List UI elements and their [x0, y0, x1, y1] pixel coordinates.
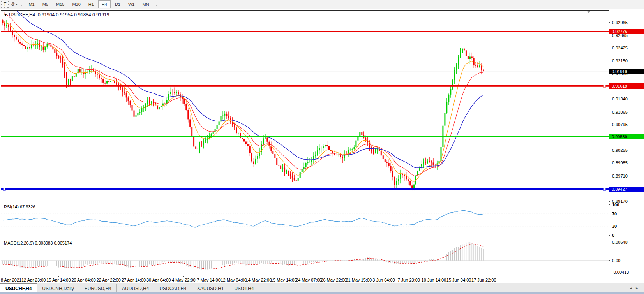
- price-axis-tick-mark: [609, 112, 610, 112]
- time-axis-tick-mark: [34, 276, 34, 277]
- time-axis-tick-mark: [9, 276, 9, 277]
- timeframe-button-m5[interactable]: M5: [39, 0, 52, 8]
- rsi-canvas[interactable]: [1, 203, 609, 238]
- time-axis-label: 3 Jun 04:00: [372, 278, 395, 282]
- chart-tab-usoil-h4[interactable]: USOil,H4: [229, 284, 259, 292]
- time-axis-tick-mark: [183, 276, 184, 277]
- arrows-tool-icon: ⇅: [10, 1, 16, 7]
- price-axis-tick: 0.92425: [612, 46, 628, 50]
- time-axis-label: 27 Apr 14:00: [122, 278, 146, 282]
- price-axis[interactable]: 0.929650.926950.924250.921500.918800.916…: [609, 10, 644, 276]
- time-axis-label: 7 Jun 23:00: [397, 278, 420, 282]
- price-axis-tick-mark: [609, 48, 610, 48]
- time-axis-tick-mark: [409, 276, 409, 277]
- toolbar-grip: [21, 2, 22, 7]
- rsi-axis-tick-mark: [609, 235, 610, 236]
- price-axis-tick-mark: [609, 125, 610, 125]
- chart-tab-usdcad-h4[interactable]: USDCAD,H4: [154, 284, 192, 292]
- time-axis-label: 15 Jun 04:00: [446, 278, 471, 282]
- chart-title: ▼USDCHF,H4 0.91904 0.91954 0.91884 0.919…: [4, 12, 109, 18]
- time-axis-tick-mark: [234, 276, 234, 277]
- price-axis-tick: 0.92150: [612, 58, 628, 63]
- price-axis-tick-mark: [609, 163, 610, 163]
- time-axis-tick-mark: [134, 276, 134, 277]
- chart-tab-xauusd-h1[interactable]: XAUUSD,H1: [192, 284, 229, 292]
- time-axis-tick-mark: [209, 276, 209, 277]
- time-axis-label: 30 Apr 04:00: [146, 278, 171, 282]
- time-axis-tick-mark: [334, 276, 334, 277]
- main-price-chart[interactable]: ▼USDCHF,H4 0.91904 0.91954 0.91884 0.919…: [1, 10, 609, 202]
- price-level-badge: 0.92775: [609, 29, 644, 34]
- time-axis-label: 15 Apr 14:00: [46, 278, 71, 282]
- time-axis-label: 8 Apr 2021: [1, 278, 21, 282]
- time-axis-label: 24 May 07:00: [296, 278, 322, 282]
- macd-axis-tick: -0.00413: [612, 270, 629, 275]
- chart-tab-eurusd-h4[interactable]: EURUSD,H4: [79, 284, 117, 292]
- rsi-axis-tick: 30: [612, 224, 617, 229]
- price-axis-tick: 0.90795: [612, 122, 628, 127]
- price-level-badge: 0.90539: [609, 134, 644, 139]
- timeframe-button-m30[interactable]: M30: [69, 0, 84, 8]
- time-axis-label: 14 May 22:00: [246, 278, 272, 282]
- time-axis-tick-mark: [384, 276, 384, 277]
- time-axis-label: 19 May 14:00: [271, 278, 297, 282]
- chart-shift-marker[interactable]: [587, 11, 591, 13]
- time-axis-label: 12 May 04:00: [221, 278, 247, 282]
- price-axis-tick-mark: [609, 201, 610, 202]
- timeframe-button-h1[interactable]: H1: [85, 0, 97, 8]
- time-axis-tick-mark: [309, 276, 309, 277]
- rsi-axis-tick: 70: [612, 211, 617, 216]
- time-axis-tick-mark: [259, 276, 259, 277]
- rsi-indicator-pane[interactable]: RSI(14) 67.6326: [1, 203, 609, 238]
- time-axis-label: 4 May 22:00: [172, 278, 196, 282]
- chart-tab-usdchf-h4[interactable]: USDCHF,H4: [0, 283, 37, 292]
- macd-axis-tick-mark: [609, 260, 610, 261]
- price-level-badge: 0.91618: [609, 83, 644, 89]
- time-axis-tick-mark: [459, 276, 459, 277]
- macd-axis-tick: 0.00: [612, 258, 620, 263]
- time-axis-tick-mark: [284, 276, 284, 277]
- text-tool-button[interactable]: T: [1, 1, 9, 8]
- chart-tab-bar: USDCHF,H4USDCNH,DailyEURUSD,H4AUDUSD,H4U…: [0, 283, 644, 292]
- timeframe-button-m1[interactable]: M1: [25, 0, 38, 8]
- price-axis-tick: 0.91340: [612, 97, 628, 101]
- macd-axis-tick-mark: [609, 272, 610, 272]
- time-axis-tick-mark: [434, 276, 434, 277]
- timeframe-button-d1[interactable]: D1: [111, 0, 124, 8]
- chart-tab-usdcnh-daily[interactable]: USDCNH,Daily: [37, 284, 79, 292]
- timeframe-button-mn[interactable]: MN: [139, 0, 152, 8]
- time-axis-tick-mark: [109, 276, 109, 277]
- price-axis-tick: 0.89710: [612, 174, 628, 178]
- time-axis-tick-mark: [484, 276, 484, 277]
- time-axis-tick-mark: [359, 276, 359, 277]
- timeframe-button-m15[interactable]: M15: [53, 0, 68, 8]
- timeframe-button-w1[interactable]: W1: [125, 0, 138, 8]
- time-axis-label: 12 Apr 23:00: [21, 278, 46, 282]
- macd-canvas[interactable]: [1, 239, 609, 275]
- chevron-down-icon[interactable]: ▾: [16, 3, 17, 6]
- current-price-badge: 0.91919: [609, 69, 644, 74]
- price-axis-tick-mark: [609, 99, 610, 99]
- timeframe-button-h4[interactable]: H4: [98, 0, 111, 8]
- tab-scroll-arrows[interactable]: ◂▸: [630, 286, 642, 290]
- time-axis-tick-mark: [84, 276, 84, 277]
- macd-label: MACD(12,26,9) 0.003983 0.005174: [4, 241, 72, 245]
- time-axis-label: 7 May 14:00: [197, 278, 221, 282]
- window-bottom-edge: [0, 292, 644, 294]
- time-axis-tick-mark: [159, 276, 159, 277]
- time-axis-tick-mark: [58, 276, 59, 277]
- price-level-badge: 0.89427: [609, 187, 644, 192]
- price-axis-tick: 0.90255: [612, 148, 628, 153]
- tab-scroll-left-icon[interactable]: ◂: [630, 286, 636, 290]
- price-axis-tick-mark: [609, 150, 610, 150]
- candlestick-canvas[interactable]: [1, 11, 609, 202]
- chart-tab-audusd-h4[interactable]: AUDUSD,H4: [117, 284, 154, 292]
- time-axis[interactable]: 8 Apr 202112 Apr 23:0015 Apr 14:0020 Apr…: [0, 276, 644, 283]
- macd-indicator-pane[interactable]: MACD(12,26,9) 0.003983 0.005174: [1, 239, 609, 275]
- rsi-axis-tick-mark: [609, 214, 610, 214]
- tab-scroll-right-icon[interactable]: ▸: [636, 286, 642, 290]
- time-axis-label: 22 Apr 22:00: [97, 278, 121, 282]
- arrows-tool-button[interactable]: ⇅ ▾: [10, 1, 18, 8]
- time-axis-label: 17 Jun 22:00: [471, 278, 496, 282]
- object-arrow-icon: ▼: [4, 13, 7, 17]
